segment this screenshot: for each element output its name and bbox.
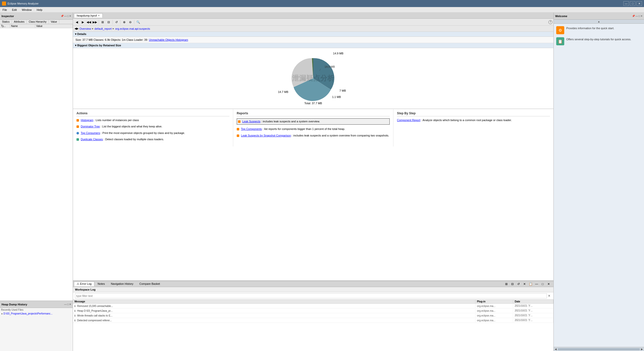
welcome-minimize-btn[interactable]: —: [635, 15, 638, 17]
scroll-up-arrow: ▲: [598, 20, 600, 23]
log-msg-3: ℹ Detected compressed referer...: [73, 319, 475, 322]
welcome-pin-btn[interactable]: 📌: [632, 15, 635, 17]
welcome-item-0: ⚙ Provides information for the quick sta…: [556, 26, 641, 34]
right-scrollbar: ◀ ▶: [554, 347, 644, 351]
consumers-icon: [76, 132, 79, 134]
chart-total: Total: 37.7 MB: [304, 102, 322, 105]
bottom-toolbar-btn-8[interactable]: ✕: [546, 281, 551, 287]
top-components-icon: [237, 128, 239, 130]
toolbar-back-btn[interactable]: ◀: [74, 19, 79, 25]
inspector-minimize-btn[interactable]: —: [64, 15, 67, 17]
dominator-link[interactable]: Dominator Tree: [81, 125, 100, 128]
welcome-close-btn[interactable]: ✕: [640, 15, 642, 17]
filter-clear-btn[interactable]: ✕: [547, 294, 551, 298]
app-icon: [2, 2, 6, 6]
menu-file[interactable]: File: [0, 7, 10, 13]
heapdump-content: Details Size: 37.7 MB Classes: 6.9k Obje…: [73, 32, 553, 280]
welcome-text-1: Offers several step-by-step tutorials fo…: [566, 37, 631, 42]
tab-attributes[interactable]: Attributes: [12, 20, 27, 24]
snapshot-comparison-link[interactable]: Leak Suspects by Snapshot Comparison: [241, 134, 291, 137]
tab-value[interactable]: Value: [49, 20, 59, 24]
bottom-toolbar-btn-6[interactable]: —: [534, 281, 539, 287]
log-row-2[interactable]: ℹ Wrote threads call stacks to E... org.…: [73, 313, 553, 318]
chart-label-2: 14.7 MB: [278, 90, 288, 93]
dominator-desc: : List the biggest objects and what they…: [101, 125, 162, 128]
inspector-close-btn[interactable]: ✕: [69, 15, 71, 17]
inspector-maximize-btn[interactable]: □: [67, 15, 69, 17]
report-item-top-components: Top Components : list reports for compon…: [237, 127, 390, 131]
welcome-item-1: 📋 Offers several step-by-step tutorials …: [556, 37, 641, 45]
heap-history-minimize-btn[interactable]: —: [64, 303, 67, 306]
app-title: Eclipse Memory Analyzer: [8, 2, 39, 5]
details-header[interactable]: Details: [73, 32, 553, 37]
heap-history-close-btn[interactable]: ✕: [69, 303, 71, 306]
menu-edit[interactable]: Edit: [10, 7, 19, 13]
tab-compare-basket[interactable]: Compare Basket: [137, 282, 163, 286]
leak-suspects-link[interactable]: Leak Suspects: [242, 120, 260, 123]
welcome-scroll-up[interactable]: ▲: [554, 20, 644, 24]
histogram-link[interactable]: Histogram: [81, 119, 93, 122]
minimize-button[interactable]: —: [623, 1, 629, 6]
top-components-desc: : list reports for components bigger tha…: [263, 127, 345, 130]
close-button[interactable]: ✕: [636, 1, 642, 6]
log-row-1[interactable]: ℹ Heap D:\03_Program\Java_pr... org.ecli…: [73, 308, 553, 313]
tab-notes[interactable]: Notes: [95, 282, 108, 286]
component-report-link[interactable]: Component Report: [397, 119, 420, 122]
tab-navigation-history[interactable]: Navigation History: [108, 282, 136, 286]
breadcrumb-overview[interactable]: Overview: [79, 27, 91, 30]
scroll-right-arrow[interactable]: ▶: [641, 348, 643, 350]
heapdump-tab-close[interactable]: ✕: [98, 14, 100, 17]
duplicate-icon: [76, 138, 79, 141]
maximize-button[interactable]: □: [630, 1, 635, 6]
horizontal-scrollbar[interactable]: [558, 348, 640, 350]
inspector-pin-btn[interactable]: 📌: [61, 15, 64, 17]
help-icon[interactable]: ?: [548, 20, 552, 24]
toolbar-collapse-btn[interactable]: ⊟: [106, 19, 111, 25]
menu-window[interactable]: Window: [19, 7, 34, 13]
heap-file-item[interactable]: D:\03_Program\Java_projects\Performanc..…: [0, 312, 73, 315]
log-plugin-3: org.eclipse.ma...: [475, 319, 513, 322]
toolbar-last-btn[interactable]: ▶▶: [92, 19, 98, 25]
bottom-toolbar-btn-3[interactable]: ↺: [516, 281, 521, 287]
toolbar-expand-btn[interactable]: ⊞: [100, 19, 105, 25]
heapdump-tab-label: heapdump.hprof: [77, 14, 97, 17]
step-item-component-report: Component Report : Analyze objects which…: [397, 118, 550, 122]
toolbar-zoomin-btn[interactable]: ⊕: [122, 19, 127, 25]
toolbar-search-btn[interactable]: 🔍: [135, 19, 141, 25]
tab-statics[interactable]: Statics: [0, 20, 12, 24]
consumers-desc: : Print the most expensive objects group…: [101, 131, 185, 134]
menu-help[interactable]: Help: [34, 7, 45, 13]
bottom-toolbar-btn-1[interactable]: ⊞: [504, 281, 509, 287]
inspector-controls: 📌 — □ ✕: [61, 15, 71, 17]
chart-section-header[interactable]: Biggest Objects by Retained Size: [73, 43, 553, 48]
heap-history-maximize-btn[interactable]: □: [67, 303, 69, 306]
toolbar-first-btn[interactable]: ◀◀: [86, 19, 92, 25]
welcome-maximize-btn[interactable]: □: [638, 15, 640, 17]
bottom-toolbar-btn-2[interactable]: ⊟: [510, 281, 515, 287]
consumers-link[interactable]: Top Consumers: [81, 131, 100, 134]
toolbar-refresh-btn[interactable]: ↺: [114, 19, 119, 25]
bottom-toolbar-btn-4[interactable]: ✕: [522, 281, 527, 287]
top-components-link[interactable]: Top Components: [241, 127, 262, 130]
welcome-controls: 📌 — □ ✕: [632, 15, 642, 17]
bottom-tabbar: ⚠ Error Log Notes Navigation History Com…: [73, 281, 553, 287]
heapdump-tab[interactable]: heapdump.hprof ✕: [74, 13, 103, 18]
toolbar-zoomout-btn[interactable]: ⊖: [128, 19, 133, 25]
log-icon-0: ℹ: [74, 305, 75, 307]
tab-class-hierarchy[interactable]: Class Hierarchy: [27, 20, 49, 24]
filter-input[interactable]: [75, 293, 547, 298]
welcome-text-0: Provides information for the quick start…: [566, 26, 614, 30]
unreachable-link[interactable]: Unreachable Objects Histogram: [149, 38, 188, 41]
scroll-left-arrow[interactable]: ◀: [555, 348, 557, 350]
bottom-toolbar-btn-7[interactable]: □: [540, 281, 545, 287]
toolbar-forward-btn[interactable]: ▶: [80, 19, 86, 25]
duplicate-link[interactable]: Duplicate Classes: [81, 138, 103, 141]
log-row-3[interactable]: ℹ Detected compressed referer... org.ecl…: [73, 318, 553, 323]
log-row-0[interactable]: ℹ Removed 15,045 unreachable... org.ecli…: [73, 304, 553, 308]
log-msg-2: ℹ Wrote threads call stacks to E...: [73, 314, 475, 318]
heap-history-section-title: Recently Used Files: [0, 308, 73, 312]
breadcrumb-suspects[interactable]: org.eclipse.mat.api:suspects: [115, 27, 150, 30]
tab-error-log[interactable]: ⚠ Error Log: [74, 282, 94, 286]
bottom-toolbar-btn-5[interactable]: 📋: [528, 281, 533, 287]
breadcrumb-default-report[interactable]: default_report: [95, 27, 112, 30]
